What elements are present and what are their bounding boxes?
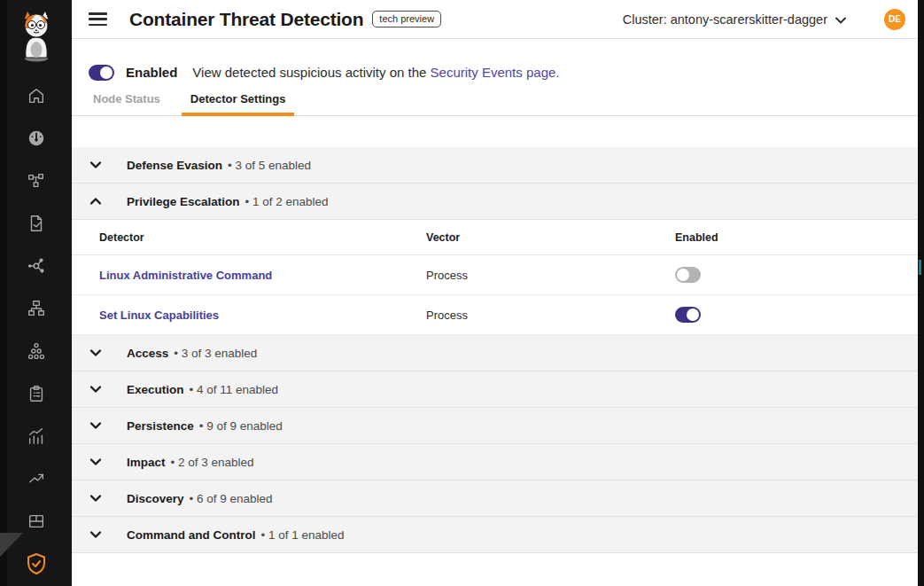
- table-row: Linux Administrative Command Process: [72, 255, 918, 295]
- tab-bar: Node Status Detector Settings: [72, 89, 918, 116]
- nav-compliance-reports[interactable]: [0, 374, 72, 417]
- tech-preview-badge: tech preview: [372, 11, 441, 27]
- detector-link[interactable]: Linux Administrative Command: [99, 269, 272, 282]
- home-icon: [27, 86, 46, 109]
- column-header-detector: Detector: [99, 231, 426, 244]
- service-graph-icon: [27, 171, 46, 194]
- banner-description: View detected suspicious activity on the…: [192, 65, 559, 80]
- enabled-label: Enabled: [126, 65, 177, 80]
- cluster-selector-label: Cluster: antony-scarerskitter-dagger: [623, 12, 827, 27]
- vector-value: Process: [426, 269, 468, 282]
- section-discovery[interactable]: Discovery • 6 of 9 enabled: [72, 481, 918, 517]
- section-impact[interactable]: Impact • 2 of 3 enabled: [72, 444, 918, 481]
- network-nodes-icon: [27, 299, 46, 322]
- column-header-vector: Vector: [426, 231, 675, 244]
- chevron-up-icon: [89, 194, 103, 208]
- clusters-icon: [27, 341, 46, 364]
- section-count: • 6 of 9 enabled: [190, 492, 273, 505]
- detector-table: Detector Vector Enabled Linux Administra…: [72, 220, 918, 335]
- nav-service-graph[interactable]: [0, 161, 72, 204]
- section-privilege-escalation[interactable]: Privilege Escalation • 1 of 2 enabled: [72, 184, 918, 220]
- section-execution[interactable]: Execution • 4 of 11 enabled: [72, 371, 918, 408]
- chevron-down-icon: [89, 491, 103, 505]
- nav-clusters[interactable]: [0, 332, 72, 374]
- section-count: • 1 of 1 enabled: [261, 528, 345, 542]
- chevron-down-icon: [89, 527, 103, 542]
- detector-toggle[interactable]: [675, 307, 701, 323]
- main-content: Container Threat Detection tech preview …: [72, 0, 918, 586]
- section-label: Command and Control: [127, 528, 256, 542]
- tabs-gap: [72, 116, 918, 147]
- nav-flow-visualizations[interactable]: [0, 246, 72, 289]
- section-command-and-control[interactable]: Command and Control • 1 of 1 enabled: [72, 517, 918, 553]
- app-bar: Container Threat Detection tech preview …: [72, 0, 918, 39]
- section-count: • 9 of 9 enabled: [199, 419, 283, 433]
- section-count: • 4 of 11 enabled: [190, 383, 279, 396]
- user-avatar[interactable]: DE: [884, 9, 905, 30]
- section-count: • 2 of 3 enabled: [171, 456, 254, 469]
- sidebar-corner-fold: [0, 533, 23, 557]
- chevron-down-icon: [89, 455, 103, 469]
- security-events-link[interactable]: Security Events page.: [431, 65, 560, 80]
- nav-networks[interactable]: [0, 289, 72, 332]
- tab-detector-settings[interactable]: Detector Settings: [182, 92, 295, 115]
- tab-node-status[interactable]: Node Status: [84, 92, 169, 115]
- image-assurance-box-icon: [27, 512, 46, 535]
- nav-activity-logs[interactable]: [0, 417, 72, 459]
- tigera-cat-logo[interactable]: [15, 9, 58, 64]
- flow-visualization-icon: [27, 256, 46, 279]
- section-count: • 3 of 5 enabled: [228, 159, 311, 172]
- detector-accordion: Defense Evasion • 3 of 5 enabled Privile…: [72, 147, 918, 553]
- menu-hamburger-icon[interactable]: [89, 12, 107, 26]
- sidebar: [0, 0, 72, 586]
- activity-chart-icon: [27, 426, 46, 449]
- nav-dashboard[interactable]: [0, 119, 72, 161]
- page-title: Container Threat Detection: [129, 9, 363, 30]
- enable-banner: Enabled View detected suspicious activit…: [72, 39, 918, 89]
- right-edge-panel: [918, 0, 924, 586]
- vector-value: Process: [426, 309, 468, 322]
- chevron-down-icon: [827, 12, 846, 27]
- compliance-clipboard-icon: [27, 384, 46, 407]
- section-label: Access: [127, 347, 168, 360]
- right-edge-marker: [919, 260, 921, 275]
- trends-icon: [27, 469, 46, 492]
- section-label: Discovery: [127, 492, 184, 505]
- table-row: Set Linux Capabilities Process: [72, 295, 918, 335]
- section-label: Execution: [127, 383, 184, 396]
- chevron-down-icon: [89, 418, 103, 433]
- chevron-down-icon: [89, 158, 103, 172]
- detector-link[interactable]: Set Linux Capabilities: [99, 309, 219, 322]
- section-defense-evasion[interactable]: Defense Evasion • 3 of 5 enabled: [72, 147, 918, 184]
- chevron-down-icon: [89, 382, 103, 396]
- section-label: Impact: [127, 456, 166, 469]
- detector-toggle[interactable]: [675, 267, 701, 283]
- section-access[interactable]: Access • 3 of 3 enabled: [72, 335, 918, 371]
- cluster-selector[interactable]: Cluster: antony-scarerskitter-dagger: [623, 12, 846, 27]
- dashboard-gauge-icon: [27, 129, 46, 152]
- section-count: • 1 of 2 enabled: [245, 195, 329, 208]
- section-label: Privilege Escalation: [127, 195, 240, 208]
- banner-description-text: View detected suspicious activity on the: [192, 65, 430, 80]
- policies-document-icon: [27, 214, 46, 237]
- section-label: Persistence: [127, 419, 194, 433]
- chevron-down-icon: [89, 346, 103, 360]
- sidebar-nav: [0, 76, 72, 586]
- detector-table-header: Detector Vector Enabled: [72, 220, 918, 255]
- nav-policies[interactable]: [0, 204, 72, 246]
- feature-enabled-toggle[interactable]: [89, 65, 114, 81]
- nav-trends[interactable]: [0, 459, 72, 502]
- section-persistence[interactable]: Persistence • 9 of 9 enabled: [72, 408, 918, 444]
- threat-defense-shield-icon: [26, 552, 47, 579]
- column-header-enabled: Enabled: [675, 231, 918, 244]
- section-count: • 3 of 3 enabled: [174, 347, 257, 360]
- section-label: Defense Evasion: [127, 159, 222, 172]
- nav-home[interactable]: [0, 76, 72, 119]
